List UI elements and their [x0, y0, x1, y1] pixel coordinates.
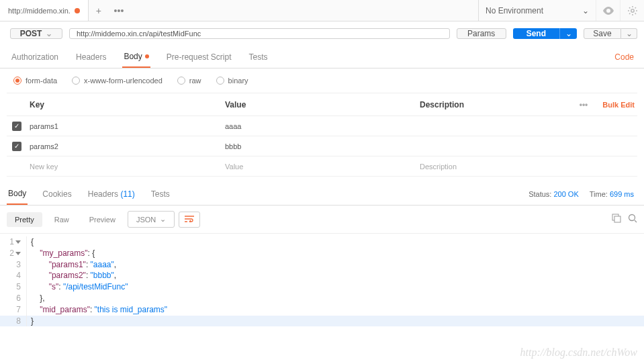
- svg-point-0: [631, 9, 633, 11]
- wrap-lines-button[interactable]: [179, 212, 200, 228]
- response-toolbar: Pretty Raw Preview JSON⌄: [0, 206, 644, 234]
- search-icon: [628, 214, 637, 223]
- resp-tab-cookies[interactable]: Cookies: [41, 184, 73, 204]
- environment-select[interactable]: No Environment ⌄: [478, 0, 596, 21]
- environment-label: No Environment: [486, 6, 543, 15]
- response-meta: Status: 200 OK Time: 699 ms: [528, 190, 634, 198]
- radio-icon: [72, 77, 80, 85]
- gear-icon: [627, 5, 638, 16]
- method-label: POST: [20, 29, 42, 38]
- body-type-radios: form-data x-www-form-urlencoded raw bina…: [0, 69, 644, 93]
- request-bar: POST ⌄ Params Send ⌄ Save ⌄: [0, 21, 644, 46]
- code-line: 4 "params2": "bbbb",: [0, 270, 644, 281]
- watermark: http://blog.csdn.net/chWow: [520, 347, 637, 359]
- code-line: 8}: [0, 316, 644, 327]
- table-row[interactable]: ✓ params1 aaaa: [7, 116, 637, 136]
- topbar-right: No Environment ⌄: [478, 0, 644, 21]
- settings-button[interactable]: [620, 0, 644, 21]
- tab-prerequest[interactable]: Pre-request Script: [165, 47, 233, 67]
- resp-tab-headers[interactable]: Headers (11): [87, 184, 136, 204]
- send-dropdown[interactable]: ⌄: [559, 28, 577, 39]
- new-desc-input[interactable]: Description: [420, 163, 570, 171]
- send-button[interactable]: Send: [513, 28, 559, 39]
- tab-overflow-button[interactable]: •••: [109, 0, 129, 21]
- status-value: 200 OK: [553, 190, 578, 198]
- code-line: 2 "my_params": {: [0, 248, 644, 259]
- wrap-icon: [185, 216, 194, 222]
- eye-icon: [602, 7, 614, 15]
- table-row[interactable]: ✓ params2 bbbb: [7, 136, 637, 156]
- table-row-new[interactable]: New key Value Description: [7, 156, 637, 177]
- unsaved-dot-icon: [75, 8, 80, 13]
- param-value[interactable]: aaaa: [225, 122, 420, 130]
- url-input[interactable]: [69, 28, 450, 39]
- time-value: 699 ms: [610, 190, 634, 198]
- table-header: Key Value Description ••• Bulk Edit: [7, 93, 637, 116]
- response-body[interactable]: 1{2 "my_params": {3 "params1": "aaaa",4 …: [0, 234, 644, 329]
- send-button-group: Send ⌄: [513, 28, 577, 39]
- svg-point-3: [629, 215, 635, 221]
- modified-dot-icon: [145, 54, 149, 58]
- code-line: 7 "mid_params": "this is mid_params": [0, 304, 644, 316]
- param-value[interactable]: bbbb: [225, 142, 420, 150]
- radio-binary[interactable]: binary: [216, 77, 248, 85]
- view-preview[interactable]: Preview: [81, 212, 124, 227]
- chevron-down-icon: ⌄: [582, 6, 589, 15]
- col-key: Key: [27, 100, 225, 109]
- radio-icon: [216, 77, 224, 85]
- new-value-input[interactable]: Value: [225, 163, 420, 171]
- save-dropdown[interactable]: ⌄: [621, 28, 637, 39]
- copy-button[interactable]: [612, 214, 621, 225]
- col-description: Description: [420, 100, 570, 109]
- code-line: 3 "params1": "aaaa",: [0, 259, 644, 271]
- format-select[interactable]: JSON⌄: [128, 211, 175, 228]
- response-tabs: Body Cookies Headers (11) Tests Status: …: [0, 179, 644, 206]
- top-bar: http://middemo.xin. + ••• No Environment…: [0, 0, 644, 21]
- params-button[interactable]: Params: [457, 28, 506, 39]
- param-key[interactable]: params1: [27, 122, 225, 130]
- tab-headers[interactable]: Headers: [75, 47, 107, 67]
- view-raw[interactable]: Raw: [46, 212, 77, 227]
- code-line: 6 },: [0, 293, 644, 304]
- checkbox-icon[interactable]: ✓: [12, 122, 21, 131]
- param-key[interactable]: params2: [27, 142, 225, 150]
- save-button[interactable]: Save: [584, 28, 621, 39]
- tab-tests[interactable]: Tests: [247, 47, 269, 67]
- method-select[interactable]: POST ⌄: [10, 28, 62, 39]
- chevron-down-icon: ⌄: [46, 29, 52, 38]
- radio-raw[interactable]: raw: [177, 77, 201, 85]
- new-tab-button[interactable]: +: [89, 0, 109, 21]
- svg-rect-2: [614, 216, 620, 222]
- tab-title: http://middemo.xin.: [8, 7, 71, 15]
- search-button[interactable]: [628, 214, 637, 225]
- environment-quicklook-button[interactable]: [596, 0, 620, 21]
- view-pretty[interactable]: Pretty: [7, 212, 42, 227]
- copy-icon: [612, 214, 621, 223]
- radio-icon: [177, 77, 185, 85]
- tab-authorization[interactable]: Authorization: [10, 47, 60, 67]
- radio-icon: [13, 77, 21, 85]
- resp-tab-body[interactable]: Body: [7, 183, 28, 205]
- request-tab[interactable]: http://middemo.xin.: [0, 0, 89, 21]
- column-options-button[interactable]: •••: [570, 100, 597, 109]
- bulk-edit-link[interactable]: Bulk Edit: [597, 101, 637, 109]
- generate-code-link[interactable]: Code: [614, 52, 634, 62]
- col-value: Value: [225, 100, 420, 109]
- checkbox-icon[interactable]: ✓: [12, 142, 21, 151]
- request-tabs: Authorization Headers Body Pre-request S…: [0, 46, 644, 69]
- code-line: 5 "s": "/api/testMidFunc": [0, 281, 644, 293]
- radio-form-data[interactable]: form-data: [13, 77, 57, 85]
- resp-tab-tests[interactable]: Tests: [150, 184, 171, 204]
- chevron-down-icon: ⌄: [160, 215, 166, 224]
- tab-body[interactable]: Body: [122, 46, 150, 68]
- code-line: 1{: [0, 236, 644, 248]
- new-key-input[interactable]: New key: [27, 163, 225, 171]
- radio-urlencoded[interactable]: x-www-form-urlencoded: [72, 77, 163, 85]
- params-table: Key Value Description ••• Bulk Edit ✓ pa…: [7, 93, 637, 177]
